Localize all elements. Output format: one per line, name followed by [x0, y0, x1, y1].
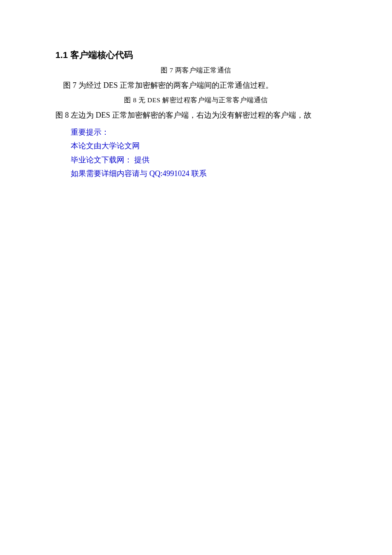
source-line-1: 本论文由大学论文网 [55, 139, 337, 153]
source-line-2: 毕业论文下载网： 提供 [55, 153, 337, 167]
section-heading: 1.1 客户端核心代码 [55, 49, 337, 61]
paragraph-1: 图 7 为经过 DES 正常加密解密的两客户端间的正常通信过程。 [55, 79, 337, 92]
contact-line: 如果需要详细内容请与 QQ:4991024 联系 [55, 167, 337, 180]
paragraph-2: 图 8 左边为 DES 正常加密解密的客户端，右边为没有解密过程的客户端，故 [55, 109, 337, 121]
figure-7-caption: 图 7 两客户端正常通信 [55, 66, 337, 75]
figure-8-caption: 图 8 无 DES 解密过程客户端与正常客户端通信 [55, 96, 337, 105]
important-note-label: 重要提示： [55, 126, 337, 139]
